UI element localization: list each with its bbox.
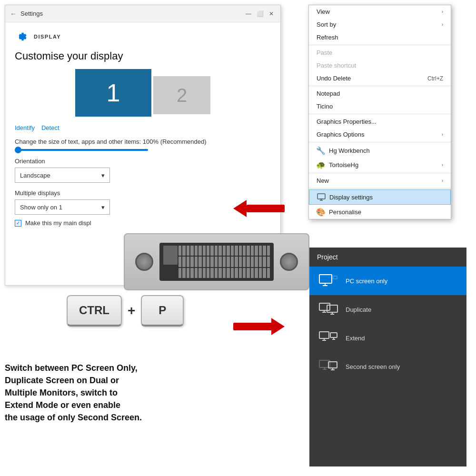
- menu-item-sortby[interactable]: Sort by ›: [309, 18, 451, 31]
- svg-rect-17: [330, 333, 337, 337]
- checkbox-label: Make this my main displ: [25, 219, 91, 227]
- menu-item-notepad[interactable]: Notepad: [309, 87, 451, 100]
- menu-label-sortby: Sort by: [317, 21, 336, 28]
- menu-item-display-settings[interactable]: Display settings: [309, 189, 451, 205]
- project-item-second-screen[interactable]: Second screen only: [309, 352, 466, 381]
- svg-rect-7: [333, 276, 337, 279]
- bottom-text: Switch between PC Screen Only, Duplicate…: [5, 362, 300, 424]
- multiple-displays-label: Multiple displays: [15, 189, 271, 197]
- dvi-screw-right: [280, 253, 298, 271]
- chevron-right-icon-5: ›: [442, 178, 443, 183]
- menu-item-tortoisehg[interactable]: 🐢 TortoiseHg ›: [309, 158, 451, 172]
- chevron-right-icon: ›: [442, 9, 443, 14]
- title-bar: ← Settings — ⬜ ✕: [5, 5, 280, 22]
- scale-slider-container: [15, 149, 271, 151]
- second-screen-only-label: Second screen only: [346, 363, 400, 370]
- tortoisehg-row: 🐢 TortoiseHg: [317, 160, 358, 169]
- settings-heading: DISPLAY: [34, 34, 61, 40]
- shortcut-ctrl-z: Ctrl+Z: [427, 75, 443, 82]
- multiple-displays-value: Show only on 1: [20, 204, 62, 211]
- right-arrow-body: [233, 323, 271, 330]
- orientation-select[interactable]: Landscape ▾: [15, 168, 110, 183]
- menu-label-display-settings: Display settings: [329, 194, 373, 201]
- svg-rect-11: [327, 305, 337, 312]
- menu-item-view[interactable]: View ›: [309, 5, 451, 18]
- chevron-right-icon-2: ›: [442, 22, 443, 27]
- minimize-button[interactable]: —: [244, 10, 253, 18]
- extend-label: Extend: [346, 335, 365, 342]
- ctrl-key: CTRL: [67, 295, 122, 327]
- right-arrow: [233, 318, 285, 335]
- main-display-checkbox[interactable]: ✓: [15, 220, 21, 227]
- menu-item-graphics-options[interactable]: Graphics Options ›: [309, 128, 451, 141]
- svg-rect-0: [317, 194, 325, 199]
- duplicate-icon: [319, 303, 338, 316]
- project-item-extend[interactable]: Extend: [309, 324, 466, 352]
- scale-slider[interactable]: [15, 149, 148, 151]
- pc-screen-only-label: PC screen only: [346, 278, 387, 285]
- separator-5: [309, 173, 451, 173]
- menu-label-notepad: Notepad: [317, 90, 340, 97]
- maximize-button[interactable]: ⬜: [256, 10, 264, 18]
- menu-label-paste-shortcut: Paste shortcut: [317, 62, 356, 69]
- menu-item-graphics-props[interactable]: Graphics Properties...: [309, 115, 451, 128]
- menu-item-new[interactable]: New ›: [309, 174, 451, 187]
- personalise-icon: 🎨: [317, 208, 325, 216]
- chevron-down-icon-2: ▾: [101, 204, 105, 211]
- p-key: P: [141, 295, 184, 327]
- separator-2: [309, 86, 451, 86]
- menu-label-graphics-props: Graphics Properties...: [317, 118, 377, 125]
- identify-link[interactable]: Identify: [15, 124, 35, 131]
- svg-rect-4: [319, 275, 332, 283]
- duplicate-label: Duplicate: [346, 306, 371, 313]
- multiple-displays-select[interactable]: Show only on 1 ▾: [15, 199, 110, 215]
- dvi-screw-left: [135, 253, 153, 271]
- menu-item-hg-workbench[interactable]: 🔧 Hg Workbench: [309, 143, 451, 158]
- project-title: Project: [309, 248, 466, 267]
- personalise-row: 🎨 Personalise: [317, 208, 361, 216]
- project-item-duplicate[interactable]: Duplicate: [309, 295, 466, 324]
- project-item-pc-screen[interactable]: PC screen only: [309, 267, 466, 295]
- project-panel: Project PC screen only Duplicate: [309, 248, 466, 466]
- extend-icon: [319, 331, 338, 345]
- menu-item-paste-shortcut: Paste shortcut: [309, 59, 451, 72]
- hg-icon: 🔧: [317, 146, 325, 155]
- gear-icon: [15, 30, 28, 43]
- monitor-preview: 1 2: [15, 69, 271, 117]
- menu-label-graphics-options: Graphics Options: [317, 131, 364, 138]
- monitor-1: 1: [75, 69, 151, 117]
- back-button[interactable]: ←: [10, 10, 17, 18]
- context-menu: View › Sort by › Refresh Paste Paste sho…: [308, 5, 451, 219]
- checkbox-row: ✓ Make this my main displ: [15, 219, 271, 227]
- identify-detect-row: Identify Detect: [15, 124, 271, 131]
- keyboard-section: CTRL + P: [67, 295, 184, 327]
- chevron-right-icon-4: ›: [442, 162, 443, 168]
- orientation-value: Landscape: [20, 172, 50, 179]
- dvi-pins: [159, 243, 274, 281]
- separator-6: [309, 188, 451, 188]
- scale-label: Change the size of text, apps and other …: [15, 138, 271, 145]
- monitor-2: 2: [153, 76, 210, 114]
- menu-label-undo-delete: Undo Delete: [317, 75, 351, 82]
- close-button[interactable]: ✕: [267, 10, 276, 18]
- menu-item-ticino[interactable]: Ticino: [309, 100, 451, 113]
- menu-label-tortoisehg: TortoiseHg: [329, 161, 358, 169]
- orientation-label: Orientation: [15, 158, 271, 165]
- chevron-down-icon: ▾: [101, 172, 105, 179]
- menu-item-personalise[interactable]: 🎨 Personalise: [309, 205, 451, 219]
- menu-item-undo-delete[interactable]: Undo Delete Ctrl+Z: [309, 72, 451, 85]
- right-arrow-head: [271, 318, 285, 335]
- separator-3: [309, 114, 451, 114]
- plus-sign: +: [128, 303, 135, 318]
- settings-header: DISPLAY: [15, 30, 271, 43]
- svg-rect-8: [319, 303, 330, 310]
- chevron-right-icon-3: ›: [442, 132, 443, 137]
- separator-4: [309, 142, 451, 142]
- menu-item-refresh[interactable]: Refresh: [309, 31, 451, 44]
- left-arrow: [233, 200, 285, 217]
- display-title: Customise your display: [15, 50, 271, 62]
- arrow-body: [247, 205, 285, 212]
- detect-link[interactable]: Detect: [41, 124, 60, 131]
- separator-1: [309, 45, 451, 45]
- menu-label-hg-workbench: Hg Workbench: [329, 147, 370, 154]
